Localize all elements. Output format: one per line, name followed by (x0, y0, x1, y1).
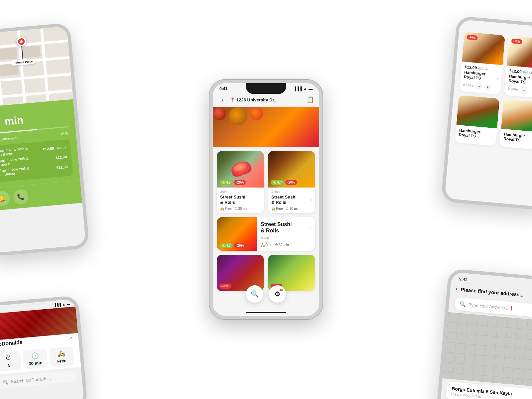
progress-fill (0, 129, 37, 134)
burger-discount-1: -20% (466, 35, 478, 40)
burger-info-3: HamburgerRoyal TS (455, 125, 497, 146)
price-orig-1: €12,00 (478, 66, 488, 71)
delivery-time-3: ⏱ 30 min (275, 243, 289, 247)
rating-badge-1: ⭐ 4.7 (219, 180, 233, 185)
map-pin: Paloma Place (9, 36, 36, 66)
to-time: 16:55 (60, 131, 69, 136)
order-items: Wrap™ New York &ken Bacon €12,00 €12,00 … (0, 139, 73, 183)
mcd-search-icon: 🔍 (3, 379, 8, 385)
card-meta-1: 🛵 Free ⏱ 30 min (220, 207, 261, 210)
mcd-signal: ▐▐▐ (54, 303, 61, 307)
burger-visual-4 (501, 99, 532, 132)
burger-name-1: HamburgerRoyal TS (464, 70, 485, 81)
restaurant-card-2[interactable]: ⭐ 4.7 -20% Asian Street Sushi& Rolls › 🛵… (268, 151, 315, 213)
burger-name-4: HamburgerRoyal TS (503, 132, 532, 144)
price-current-1: €12,00 (465, 65, 477, 70)
burger-card-1[interactable]: -20% €12,00 €12,00 HamburgerRoyal TS › 0… (459, 32, 505, 95)
burger-info-4: HamburgerRoyal TS (499, 129, 532, 150)
search-icon: 🔍 (251, 290, 259, 298)
card-name-2: Street Sushi& Rolls (271, 195, 297, 205)
burger-chevron-1: › (497, 76, 498, 80)
bottom-left-phone: ▐▐▐ ▲ ▬ McDonalds ↗ ⏱ 5 🕐 30 min 🛵 Free … (0, 295, 88, 399)
card-info-2: Asian Street Sushi& Rolls › 🛵 Free ⏱ 30 … (268, 188, 315, 213)
discount-badge-3: -20% (234, 243, 246, 248)
location-text: 1226 University Dr... (236, 97, 278, 102)
br-map-grid (443, 312, 532, 387)
br-cursor (511, 306, 512, 311)
item-price-2: €12,00 (56, 155, 67, 160)
burger-card-2[interactable]: -12% €12,00 €12,00 HamburgerRoyal TS › 0… (504, 36, 532, 98)
mcd-external-link[interactable]: ↗ (69, 335, 73, 341)
card-image-2: ⭐ 4.7 -20% (268, 151, 315, 188)
delivery-fee-3: 🛵 Free (261, 243, 272, 247)
filter-button[interactable]: ⚙ 2 (269, 285, 286, 303)
restaurant-grid: ⭐ 4.7 -20% Asian Street Sushi& Rolls › 🛵… (213, 147, 319, 295)
burger-info-2: €12,00 €12,00 HamburgerRoyal TS › 0 item… (504, 66, 532, 98)
scroll-content[interactable]: ⭐ 4.7 -20% Asian Street Sushi& Rolls › 🛵… (213, 107, 319, 310)
burger-grid: -20% €12,00 €12,00 HamburgerRoyal TS › 0… (455, 32, 532, 150)
br-back-button[interactable]: ‹ (456, 286, 458, 292)
card-image-1: ⭐ 4.7 -20% (217, 151, 264, 188)
mcd-title: McDonalds (0, 339, 23, 347)
left-phone: Paloma Place 12 min Borgo Eufemia 5... 1… (0, 23, 89, 257)
bottom-right-phone: 9:41 ▐▐▐ ‹ Please find your address... 🔍… (436, 268, 532, 399)
delivery-time-1: ⏱ 30 min (234, 207, 248, 210)
phone-icon: 📞 (17, 193, 25, 201)
time-icon-2: ⏱ (286, 207, 289, 210)
right-phone: -20% €12,00 €12,00 HamburgerRoyal TS › 0… (441, 16, 532, 210)
card-meta-2: 🛵 Free ⏱ 30 min (271, 207, 312, 210)
back-button[interactable]: ‹ (218, 95, 227, 104)
item-name-3: Wrap™ New York &ken Bacon (0, 166, 30, 177)
br-signal: ▐▐▐ (530, 282, 532, 289)
price-orig-2: €12,00 (523, 70, 532, 75)
card-name-row-2: Street Sushi& Rolls › (271, 195, 312, 205)
home-indicator (246, 312, 286, 313)
rating-badge-3: ⭐ 4.7 (219, 243, 233, 248)
item-name-1: Wrap™ New York &ken Bacon (0, 146, 28, 157)
road-h4 (0, 89, 72, 100)
burger-card-3[interactable]: HamburgerRoyal TS (455, 95, 500, 146)
search-button[interactable]: 🔍 (246, 285, 263, 303)
qty-minus-1[interactable]: − (475, 82, 483, 90)
location-info[interactable]: 📍 1226 University Dr... (230, 97, 304, 102)
badges-3: ⭐ 4.7 -20% (219, 243, 246, 248)
qty-plus-1[interactable]: + (484, 83, 491, 90)
burger-discount-2: -12% (511, 39, 522, 44)
delivery-fee-1: 🛵 Free (220, 207, 232, 210)
mcd-battery: ▬ (66, 302, 70, 306)
items-row-2: 0 items − (508, 85, 532, 95)
mcd-search-text: Search McDonalds... (11, 376, 51, 384)
delivery-card: 12 min Borgo Eufemia 5... 16:55 Wrap™ Ne… (0, 99, 80, 188)
mcd-fee-val: Free (53, 358, 71, 364)
food-shape-1 (213, 107, 226, 120)
qty-minus-2[interactable]: − (520, 86, 528, 94)
card-name-1: Street Sushi& Rolls (220, 195, 245, 205)
burger-info-1: €12,00 €12,00 HamburgerRoyal TS › 0 item… (459, 62, 502, 94)
burger-img-4 (501, 99, 532, 132)
burger-card-4[interactable]: HamburgerRoyal TS (499, 99, 532, 150)
items-label-2: 0 items (508, 87, 519, 91)
filter-notification-dot: 2 (279, 288, 283, 292)
card-chevron-2: › (311, 198, 312, 202)
app-header: ‹ 📍 1226 University Dr... 📋 (213, 92, 319, 107)
pin-circle (16, 37, 26, 47)
card-chevron-3: › (310, 225, 311, 230)
delivery-icon-1: 🛵 (220, 207, 224, 210)
card-name-row-3: Street Sushi& Rolls › (261, 221, 311, 234)
timer-icon: ⏱ (0, 354, 18, 362)
badges-1: ⭐ 4.7 -20% (219, 180, 246, 185)
br-search-placeholder: Type Your Address... (469, 302, 509, 311)
items-label-1: 0 items (463, 83, 474, 87)
food-shape-2 (229, 107, 247, 125)
br-search-icon: 🔍 (460, 301, 467, 308)
alert-button[interactable]: 🔔 (0, 191, 10, 206)
restaurant-card-3[interactable]: ⭐ 4.7 -20% Street Sushi& Rolls › Asian 🛵 (217, 217, 315, 250)
item-price-3: €12,00 (56, 165, 68, 170)
br-map (443, 312, 532, 387)
phone-button[interactable]: 📞 (13, 189, 29, 205)
restaurant-card-1[interactable]: ⭐ 4.7 -20% Asian Street Sushi& Rolls › 🛵… (217, 151, 264, 213)
center-phone: 9:41 ▐▐▐ ▲ ▬ ‹ 📍 1226 University Dr... 📋 (209, 80, 323, 319)
card-name-row-1: Street Sushi& Rolls › (220, 195, 261, 205)
cart-button[interactable]: 📋 (307, 96, 314, 103)
burger-img-2: -12% (507, 36, 532, 69)
